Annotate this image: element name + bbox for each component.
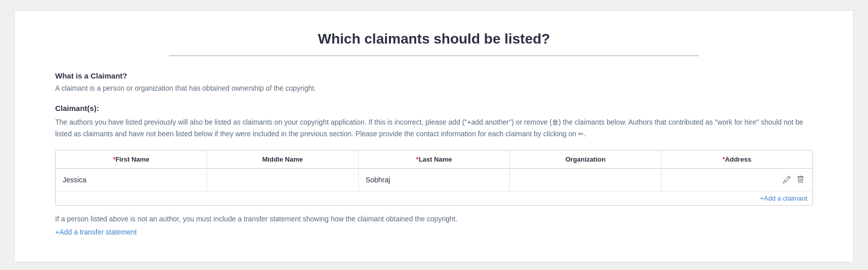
- what-is-claimant-heading: What is a Claimant?: [55, 71, 813, 80]
- table-header: *First Name Middle Name *Last Name Organ…: [56, 150, 812, 169]
- main-card: Which claimants should be listed? What i…: [14, 10, 854, 262]
- cell-middle-name: [207, 169, 358, 191]
- cell-last-name: Sobhraj: [359, 169, 510, 191]
- col-last-name: *Last Name: [359, 150, 510, 168]
- add-transfer-link[interactable]: +Add a transfer statement: [55, 228, 137, 236]
- table-row: Jessica Sobhraj: [56, 169, 812, 191]
- title-divider: [169, 55, 700, 56]
- edit-claimant-button[interactable]: [782, 175, 792, 184]
- col-middle-name: Middle Name: [207, 150, 358, 168]
- footer-text: If a person listed above is not an autho…: [55, 214, 813, 224]
- row-actions: [782, 175, 805, 184]
- delete-claimant-button[interactable]: [796, 175, 805, 184]
- claimants-label: Claimant(s):: [55, 104, 813, 112]
- pencil-icon: [783, 176, 791, 183]
- col-first-name: *First Name: [56, 150, 207, 168]
- what-is-claimant-text: A claimant is a person or organization t…: [55, 83, 813, 94]
- trash-icon: [797, 176, 804, 183]
- cell-first-name: Jessica: [56, 169, 207, 191]
- add-claimant-row: +Add a claimant: [56, 191, 812, 205]
- cell-address: [662, 169, 812, 191]
- claimants-description: The authors you have listed previously w…: [55, 117, 813, 140]
- claimants-table: *First Name Middle Name *Last Name Organ…: [55, 150, 813, 206]
- cell-organization: [510, 169, 661, 191]
- col-address: *Address: [662, 150, 812, 168]
- col-organization: Organization: [510, 150, 661, 168]
- add-claimant-link[interactable]: +Add a claimant: [760, 195, 807, 202]
- page-title: Which claimants should be listed?: [55, 31, 813, 47]
